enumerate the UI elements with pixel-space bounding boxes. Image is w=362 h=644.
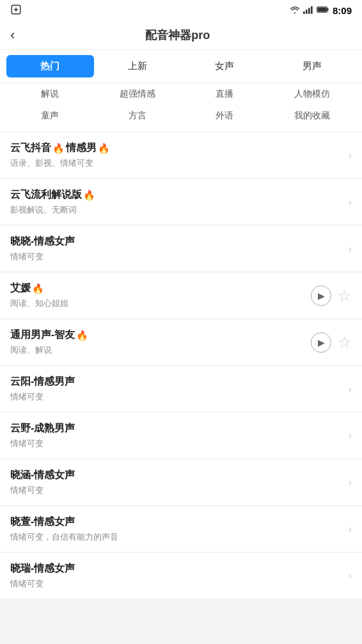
item-content: 晓涵-情感女声 情绪可变 (10, 469, 349, 496)
item-title: 晓涵-情感女声 (10, 469, 349, 482)
wifi-icon (290, 5, 300, 16)
item-subtitle: 情绪可变 (10, 485, 349, 496)
play-button[interactable]: ▶ (311, 332, 331, 353)
list-item[interactable]: 通用男声-智友🔥 阅读、解说 ▶ ☆ (0, 319, 362, 366)
status-bar: 8:09 (0, 0, 362, 21)
list-item[interactable]: 晓瑞-情感女声 情绪可变 › (0, 553, 362, 599)
item-title: 晓晓-情感女声 (10, 235, 349, 248)
list-item[interactable]: 云飞抖音🔥情感男🔥 语录、影视、情绪可变 › (0, 133, 362, 179)
item-actions: › (349, 430, 352, 442)
tag-foreign[interactable]: 外语 (181, 105, 269, 127)
chevron-icon: › (349, 477, 352, 488)
chevron-icon: › (349, 150, 352, 161)
item-actions[interactable]: ▶ ☆ (311, 286, 352, 306)
fire-icon: 🔥 (83, 189, 95, 201)
chevron-icon: › (349, 524, 352, 535)
back-button[interactable]: ‹ (10, 28, 15, 42)
list-item[interactable]: 晓晓-情感女声 情绪可变 › (0, 226, 362, 272)
svg-point-1 (294, 12, 295, 13)
svg-rect-8 (317, 7, 326, 12)
item-subtitle: 影视解说、无断词 (10, 204, 349, 216)
tag-commentary[interactable]: 解说 (6, 83, 94, 105)
fire-icon: 🔥 (32, 283, 44, 294)
item-content: 云飞抖音🔥情感男🔥 语录、影视、情绪可变 (10, 141, 349, 169)
tag-imitation[interactable]: 人物模仿 (269, 83, 356, 105)
fire-icon: 🔥 (52, 143, 65, 154)
tab-new[interactable]: 上新 (94, 55, 182, 77)
item-title: 晓瑞-情感女声 (10, 562, 349, 576)
item-subtitle: 语录、影视、情绪可变 (10, 157, 349, 169)
chevron-icon: › (349, 243, 352, 255)
tag-child[interactable]: 童声 (6, 105, 94, 127)
list-item[interactable]: 云阳-情感男声 情绪可变 › (0, 366, 362, 412)
tab-female[interactable]: 女声 (181, 55, 269, 77)
tab-male[interactable]: 男声 (269, 55, 356, 77)
favorite-button[interactable]: ☆ (338, 334, 352, 351)
item-subtitle: 阅读、解说 (10, 344, 311, 356)
item-content: 晓萱-情感女声 情绪可变，自信有能力的声音 (10, 515, 349, 543)
item-subtitle: 阅读、知心姐姐 (10, 298, 311, 309)
svg-rect-2 (303, 12, 305, 14)
page-title: 配音神器pro (22, 28, 333, 43)
app-header: ‹ 配音神器pro (0, 21, 362, 50)
chevron-icon: › (349, 197, 352, 208)
item-title: 通用男声-智友🔥 (10, 328, 311, 342)
chevron-icon: › (349, 430, 352, 442)
play-button[interactable]: ▶ (311, 286, 331, 306)
favorite-button[interactable]: ☆ (338, 287, 352, 305)
item-subtitle: 情绪可变 (10, 251, 349, 262)
item-actions: › (349, 243, 352, 255)
item-actions: › (349, 383, 352, 395)
item-content: 晓晓-情感女声 情绪可变 (10, 235, 349, 262)
android-icon (10, 4, 22, 17)
item-subtitle: 情绪可变 (10, 391, 349, 403)
item-title: 艾媛🔥 (10, 282, 311, 295)
time-display: 8:09 (333, 5, 352, 16)
voice-list: 云飞抖音🔥情感男🔥 语录、影视、情绪可变 › 云飞流利解说版🔥 影视解说、无断词… (0, 133, 362, 599)
chevron-icon: › (349, 570, 352, 582)
item-actions[interactable]: ▶ ☆ (311, 332, 352, 353)
fire-icon: 🔥 (98, 143, 110, 154)
item-content: 云野-成熟男声 情绪可变 (10, 422, 349, 449)
item-title: 云飞抖音🔥情感男🔥 (10, 141, 349, 155)
signal-icon (303, 5, 313, 16)
tag-emotion[interactable]: 超强情感 (94, 83, 182, 105)
svg-rect-3 (306, 10, 308, 14)
tags-container: 解说 超强情感 直播 人物模仿 童声 方言 外语 我的收藏 (0, 83, 362, 133)
item-content: 通用男声-智友🔥 阅读、解说 (10, 328, 311, 356)
item-title: 云阳-情感男声 (10, 375, 349, 389)
item-subtitle: 情绪可变 (10, 578, 349, 590)
tag-live[interactable]: 直播 (181, 83, 269, 105)
item-content: 云飞流利解说版🔥 影视解说、无断词 (10, 188, 349, 216)
tag-favorites[interactable]: 我的收藏 (269, 105, 356, 127)
tab-hot[interactable]: 热门 (6, 55, 94, 77)
tabs-container: 热门 上新 女声 男声 (0, 50, 362, 83)
item-actions: › (349, 524, 352, 535)
svg-rect-5 (311, 6, 313, 14)
item-content: 晓瑞-情感女声 情绪可变 (10, 562, 349, 590)
battery-icon (317, 5, 329, 16)
item-subtitle: 情绪可变，自信有能力的声音 (10, 531, 349, 543)
item-actions: › (349, 477, 352, 488)
item-content: 艾媛🔥 阅读、知心姐姐 (10, 282, 311, 309)
item-title: 晓萱-情感女声 (10, 515, 349, 529)
tag-dialect[interactable]: 方言 (94, 105, 182, 127)
list-item[interactable]: 晓萱-情感女声 情绪可变，自信有能力的声音 › (0, 506, 362, 552)
list-item[interactable]: 晓涵-情感女声 情绪可变 › (0, 460, 362, 506)
svg-rect-4 (308, 8, 310, 13)
fire-icon: 🔥 (76, 330, 88, 341)
item-actions: › (349, 570, 352, 582)
list-item[interactable]: 云野-成熟男声 情绪可变 › (0, 413, 362, 459)
item-actions: › (349, 197, 352, 208)
item-subtitle: 情绪可变 (10, 438, 349, 449)
item-actions: › (349, 150, 352, 161)
chevron-icon: › (349, 383, 352, 395)
svg-rect-7 (327, 8, 328, 11)
item-content: 云阳-情感男声 情绪可变 (10, 375, 349, 403)
list-item[interactable]: 艾媛🔥 阅读、知心姐姐 ▶ ☆ (0, 273, 362, 319)
item-title: 云飞流利解说版🔥 (10, 188, 349, 202)
status-icons: 8:09 (290, 5, 352, 16)
list-item[interactable]: 云飞流利解说版🔥 影视解说、无断词 › (0, 179, 362, 225)
item-title: 云野-成熟男声 (10, 422, 349, 435)
